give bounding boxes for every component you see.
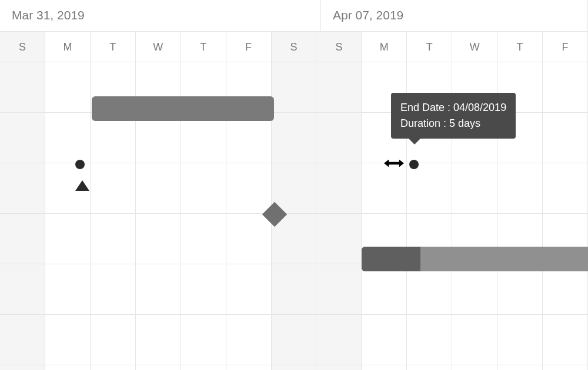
grid-cell[interactable] bbox=[45, 214, 91, 264]
day-header: S bbox=[272, 32, 317, 62]
tooltip-end-date: End Date : 04/08/2019 bbox=[400, 100, 506, 116]
grid-cell[interactable] bbox=[91, 365, 136, 370]
task-bar-parent-2[interactable] bbox=[362, 247, 588, 271]
grid-cell[interactable] bbox=[45, 315, 91, 365]
grid-cell[interactable] bbox=[226, 365, 272, 370]
grid-cell[interactable] bbox=[316, 264, 362, 314]
grid-cell[interactable] bbox=[226, 163, 272, 213]
grid-cell[interactable] bbox=[0, 62, 45, 112]
grid-cell[interactable] bbox=[543, 113, 588, 163]
baseline-start-marker bbox=[75, 160, 85, 169]
grid-cell[interactable] bbox=[0, 315, 45, 365]
grid-cell[interactable] bbox=[497, 163, 543, 213]
day-header: S bbox=[316, 32, 362, 62]
grid-cell[interactable] bbox=[316, 163, 362, 213]
day-header: T bbox=[497, 32, 543, 62]
grid-cell[interactable] bbox=[226, 214, 272, 264]
grid-cell[interactable] bbox=[181, 315, 226, 365]
grid-cell[interactable] bbox=[543, 264, 588, 314]
grid-cell[interactable] bbox=[452, 264, 497, 314]
week-header-row: Mar 31, 2019 Apr 07, 2019 bbox=[0, 0, 588, 32]
grid-cell[interactable] bbox=[407, 264, 452, 314]
day-header: S bbox=[0, 32, 45, 62]
grid-cell[interactable] bbox=[362, 315, 407, 365]
grid-cell[interactable] bbox=[543, 163, 588, 213]
day-header: W bbox=[452, 32, 497, 62]
grid-cell[interactable] bbox=[362, 264, 407, 314]
grid-cell[interactable] bbox=[0, 163, 45, 213]
grid-cell[interactable] bbox=[0, 264, 45, 314]
grid-cell[interactable] bbox=[497, 315, 543, 365]
day-header: F bbox=[226, 32, 272, 62]
grid-cell[interactable] bbox=[0, 113, 45, 163]
grid-cell[interactable] bbox=[181, 365, 226, 370]
grid-row bbox=[0, 365, 588, 370]
day-header: F bbox=[543, 32, 588, 62]
grid-cell[interactable] bbox=[181, 214, 226, 264]
grid-cell[interactable] bbox=[0, 214, 45, 264]
grid-cell[interactable] bbox=[272, 62, 317, 112]
grid-cell[interactable] bbox=[362, 365, 407, 370]
grid-cell[interactable] bbox=[91, 163, 136, 213]
grid-cell[interactable] bbox=[91, 214, 136, 264]
task-bar-parent-1[interactable] bbox=[92, 96, 274, 121]
day-header: M bbox=[362, 32, 407, 62]
grid-cell[interactable] bbox=[45, 264, 91, 314]
grid-cell[interactable] bbox=[362, 163, 407, 213]
day-header: T bbox=[181, 32, 226, 62]
grid-cell[interactable] bbox=[272, 264, 317, 314]
grid-cell[interactable] bbox=[136, 264, 181, 314]
week-header-2[interactable]: Apr 07, 2019 bbox=[321, 0, 588, 31]
grid-cell[interactable] bbox=[226, 264, 272, 314]
gantt-chart: Mar 31, 2019 Apr 07, 2019 SMTWTFSSMTWTF … bbox=[0, 0, 588, 370]
grid-cell[interactable] bbox=[452, 163, 497, 213]
grid-cell[interactable] bbox=[272, 113, 317, 163]
grid-cell[interactable] bbox=[272, 365, 317, 370]
grid-cell[interactable] bbox=[407, 315, 452, 365]
day-header-row: SMTWTFSSMTWTF bbox=[0, 32, 588, 62]
grid-cell[interactable] bbox=[543, 62, 588, 112]
tooltip-duration: Duration : 5 days bbox=[400, 116, 506, 132]
week-header-1[interactable]: Mar 31, 2019 bbox=[0, 0, 321, 31]
grid-cell[interactable] bbox=[226, 315, 272, 365]
day-header: T bbox=[91, 32, 136, 62]
grid-cell[interactable] bbox=[136, 163, 181, 213]
grid-cell[interactable] bbox=[407, 163, 452, 213]
grid-cell[interactable] bbox=[272, 315, 317, 365]
grid-cell[interactable] bbox=[316, 62, 362, 112]
grid-cell[interactable] bbox=[45, 113, 91, 163]
grid-cell[interactable] bbox=[316, 214, 362, 264]
tooltip: End Date : 04/08/2019 Duration : 5 days bbox=[391, 93, 516, 139]
grid-cell[interactable] bbox=[452, 365, 497, 370]
baseline-end-marker bbox=[409, 160, 419, 169]
grid-cell[interactable] bbox=[45, 365, 91, 370]
day-header: T bbox=[407, 32, 452, 62]
grid-row bbox=[0, 315, 588, 365]
grid-cell[interactable] bbox=[497, 365, 543, 370]
grid-cell[interactable] bbox=[543, 365, 588, 370]
day-header: M bbox=[45, 32, 91, 62]
grid-cell[interactable] bbox=[181, 163, 226, 213]
grid-cell[interactable] bbox=[136, 315, 181, 365]
grid-cell[interactable] bbox=[316, 365, 362, 370]
grid-cell[interactable] bbox=[407, 365, 452, 370]
day-header: W bbox=[136, 32, 181, 62]
grid-cell[interactable] bbox=[316, 315, 362, 365]
grid-row bbox=[0, 264, 588, 315]
grid-cell[interactable] bbox=[497, 264, 543, 314]
grid-cell[interactable] bbox=[136, 365, 181, 370]
grid-cell[interactable] bbox=[316, 113, 362, 163]
baseline-triangle-marker bbox=[75, 180, 89, 191]
grid-cell[interactable] bbox=[543, 315, 588, 365]
grid-cell[interactable] bbox=[452, 315, 497, 365]
grid-cell[interactable] bbox=[0, 365, 45, 370]
grid-cell[interactable] bbox=[91, 264, 136, 314]
grid-cell[interactable] bbox=[181, 264, 226, 314]
grid-cell[interactable] bbox=[91, 315, 136, 365]
grid-cell[interactable] bbox=[45, 62, 91, 112]
grid-cell[interactable] bbox=[136, 214, 181, 264]
